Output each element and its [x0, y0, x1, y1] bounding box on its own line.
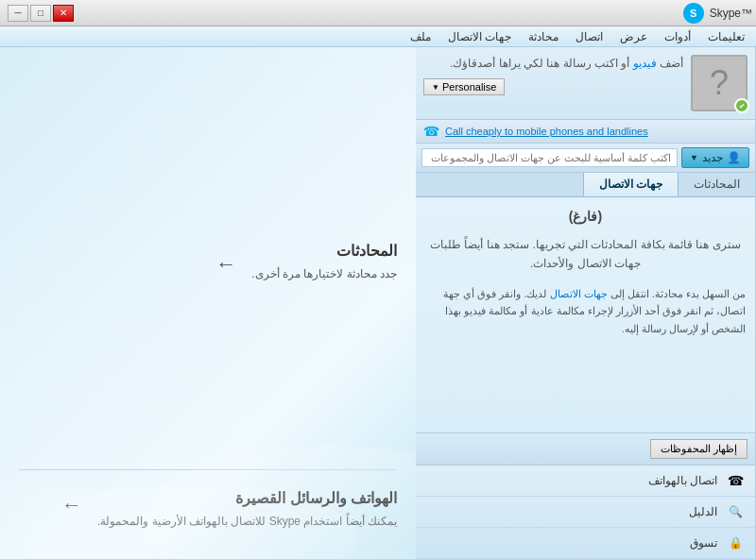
- phone-nav-icon: ☎: [725, 470, 746, 491]
- menu-view[interactable]: عرض: [612, 28, 655, 45]
- tab-conversations[interactable]: المحادثات: [678, 173, 755, 196]
- skype-logo: S: [683, 3, 704, 24]
- profile-right: أضف فيديو أو اكتب رسالة هنا لكي يراها أص…: [423, 55, 683, 95]
- nav-label-shop: تسوق: [690, 536, 717, 550]
- search-input[interactable]: [421, 148, 678, 167]
- profile-text-rest: أو اكتب رسالة هنا لكي يراها أصدقاؤك.: [450, 57, 629, 70]
- right-content-conversations: المحادثات جدد محادثة لاختيارها مرة أخرى.: [251, 242, 397, 283]
- call-banner: ☎ Call cheaply to mobile phones and land…: [416, 120, 755, 144]
- phone-icon: ☎: [423, 124, 439, 139]
- profile-area: ? ✔ أضف فيديو أو اكتب رسالة هنا لكي يراه…: [416, 47, 755, 120]
- menu-file[interactable]: ملف: [403, 28, 438, 45]
- skype-logo-text: S: [690, 8, 696, 19]
- new-button-label: جديد: [702, 151, 723, 164]
- nav-label-phones: اتصال بالهواتف: [648, 474, 717, 487]
- arrow-icon-conversations: ←: [215, 252, 236, 277]
- dropdown-arrow-icon: ▼: [690, 153, 698, 162]
- call-banner-text[interactable]: Call cheaply to mobile phones and landli…: [445, 126, 648, 137]
- empty-text-prefix: من السهل بدء محادثة. انتقل إلى: [608, 288, 746, 299]
- cloud-decoration: [0, 370, 416, 559]
- minimize-button[interactable]: ─: [8, 5, 28, 22]
- empty-state-text1: ستری هنا قائمة بكافة المحادثات التي تجري…: [425, 235, 746, 274]
- nav-item-phones[interactable]: ☎ اتصال بالهواتف: [416, 466, 755, 497]
- search-nav-icon: 🔍: [725, 501, 746, 522]
- contacts-content: (فارغ) ستری هنا قائمة بكافة المحادثات ال…: [416, 197, 755, 432]
- person-icon: 👤: [727, 151, 741, 164]
- bottom-nav: ☎ اتصال بالهواتف 🔍 الدليل 🔒 تسوق: [416, 465, 755, 559]
- menu-help[interactable]: تعليمات: [700, 28, 752, 45]
- contacts-link[interactable]: جهات الاتصال: [550, 288, 608, 299]
- personalise-button[interactable]: Personalise: [423, 78, 505, 95]
- new-button[interactable]: 👤 جديد ▼: [681, 147, 749, 168]
- saved-area: إظهار المحفوظات: [416, 432, 755, 465]
- right-title-conversations: المحادثات: [251, 242, 397, 260]
- main-container: ? ✔ أضف فيديو أو اكتب رسالة هنا لكي يراه…: [0, 47, 756, 559]
- nav-item-shop[interactable]: 🔒 تسوق: [416, 528, 755, 559]
- left-panel: ? ✔ أضف فيديو أو اكتب رسالة هنا لكي يراه…: [416, 47, 756, 559]
- titlebar: S Skype™ ─ □ ✕: [0, 0, 756, 26]
- right-desc-conversations: جدد محادثة لاختيارها مرة أخرى.: [251, 265, 397, 283]
- menu-conversation[interactable]: محادثة: [521, 28, 566, 45]
- window-title: Skype™: [710, 7, 752, 20]
- shop-nav-icon: 🔒: [725, 533, 746, 553]
- menubar: تعليمات أدوات عرض اتصال محادثة جهات الات…: [0, 26, 756, 47]
- profile-message: أضف فيديو أو اكتب رسالة هنا لكي يراها أص…: [423, 55, 683, 73]
- titlebar-buttons: ─ □ ✕: [8, 5, 74, 22]
- profile-video-link[interactable]: فيديو: [633, 57, 657, 70]
- titlebar-left: S Skype™: [683, 3, 752, 24]
- nav-label-directory: الدليل: [689, 505, 717, 518]
- empty-state-title: (فارغ): [425, 209, 746, 224]
- menu-call[interactable]: اتصال: [568, 28, 610, 45]
- nav-item-directory[interactable]: 🔍 الدليل: [416, 497, 755, 528]
- profile-text-prefix: أضف: [660, 57, 683, 70]
- right-panel: المحادثات جدد محادثة لاختيارها مرة أخرى.…: [0, 47, 416, 559]
- menu-contacts[interactable]: جهات الاتصال: [440, 28, 519, 45]
- show-saved-button[interactable]: إظهار المحفوظات: [650, 439, 747, 459]
- tabs: المحادثات جهات الاتصال: [416, 173, 755, 197]
- tab-contacts[interactable]: جهات الاتصال: [583, 173, 678, 196]
- menu-tools[interactable]: أدوات: [657, 28, 698, 45]
- toolbar: 👤 جديد ▼: [416, 144, 755, 173]
- status-indicator: ✔: [734, 98, 749, 113]
- restore-button[interactable]: □: [30, 5, 51, 22]
- empty-state-text2: من السهل بدء محادثة. انتقل إلى جهات الات…: [425, 285, 746, 338]
- close-button[interactable]: ✕: [53, 5, 74, 22]
- status-check-icon: ✔: [739, 102, 746, 110]
- avatar-placeholder: ?: [710, 63, 729, 103]
